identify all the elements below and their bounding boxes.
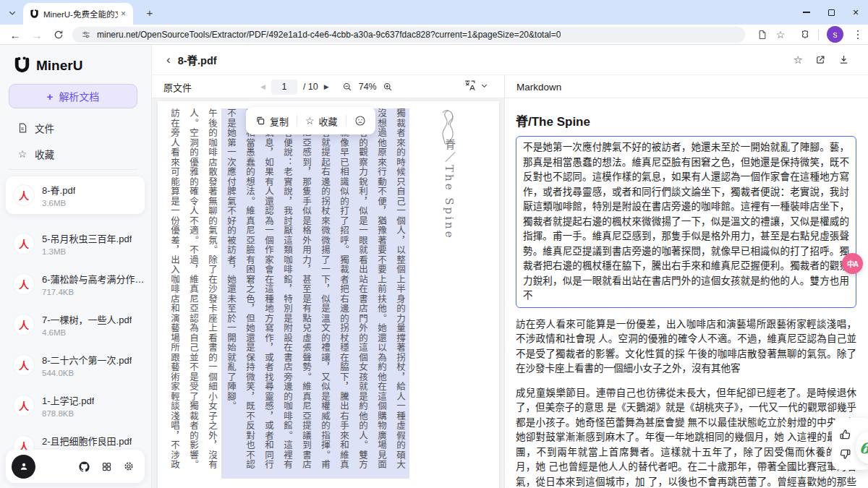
pdf-vertical-title: 脊／The Spine xyxy=(442,139,457,240)
forward-nav-icon[interactable]: → xyxy=(29,27,45,43)
file-list-item[interactable]: 人 8-脊.pdf 3.6MB xyxy=(6,176,145,214)
file-list-item[interactable]: 人 7-一棵树，一些人.pdf 4.6MB xyxy=(6,306,145,343)
bookmark-star-icon[interactable]: ☆ xyxy=(773,27,788,43)
parse-document-button[interactable]: + 解析文档 xyxy=(9,84,137,108)
file-size: 717.4KB xyxy=(42,288,145,296)
zoom-out-icon[interactable] xyxy=(342,82,353,93)
file-name: 7-一棵树，一些人.pdf xyxy=(42,312,132,326)
favorite-label: 收藏 xyxy=(319,114,338,128)
star-icon: ☆ xyxy=(305,115,315,127)
feedback-face-icon[interactable] xyxy=(354,115,366,127)
sidebar-footer xyxy=(6,450,145,483)
zoom-in-icon[interactable] xyxy=(383,82,393,93)
next-page-icon[interactable]: ▶ xyxy=(324,83,329,90)
window-maximize-button[interactable] xyxy=(825,6,838,19)
markdown-tab[interactable]: Markdown xyxy=(516,82,561,93)
file-size: 4.6MB xyxy=(42,328,132,337)
markdown-pane[interactable]: 脊/The Spine 不是她第一次應付脾氣不好的被訪者，她還未至於一開始就亂了… xyxy=(504,98,868,488)
save-page-icon[interactable] xyxy=(754,27,770,43)
translate-button[interactable] xyxy=(464,80,488,92)
plus-icon: + xyxy=(47,90,54,103)
translate-fab-icon: 中A xyxy=(847,258,858,269)
pdf-column: 獨裁者便說：老實說，我討厭這類咖啡館，特別是附設在書店旁邊的咖啡館。這裡有一種 xyxy=(278,108,297,479)
user-avatar[interactable] xyxy=(12,455,35,479)
person-icon xyxy=(18,461,30,472)
window-close-button[interactable]: × xyxy=(849,6,862,19)
markdown-selected-block[interactable]: 不是她第一次應付脾氣不好的被訪者，她還未至於一開始就亂了陣腳。藝，那真是相當愚蠢… xyxy=(516,136,856,308)
file-name: 6-蒲松龄与高考满分作文.... xyxy=(42,272,145,286)
sidebar-item-favorites[interactable]: ☆ 收藏 xyxy=(9,143,137,165)
pdf-file-icon: 人 xyxy=(13,314,35,335)
reload-icon[interactable] xyxy=(51,27,67,43)
app-grid-icon[interactable] xyxy=(101,461,112,472)
viewer-toolbar: 原文件 ◀ 1 / 10 ▶ 74% Markdown xyxy=(152,75,868,98)
pdf-column: 維真尼亞感到，那隻手似是格外用力，甚至是有點兒虛張聲勢。維真尼亞提議到書店旁邊的 xyxy=(297,108,315,479)
markdown-paragraph: 成兒童娛樂節目。連帶自己也彷彿從未長大，但年紀卻已經老了。是時候退休了，但美奈子… xyxy=(516,386,856,488)
pdf-page: 脊／The Spine 獨裁者來的時候只自己一個人，以整個上半身的力量撐著拐杖，… xyxy=(158,101,499,488)
url-text: mineru.net/OpenSourceTools/Extractor/PDF… xyxy=(97,30,561,40)
tab-close-icon[interactable]: × xyxy=(118,9,129,20)
url-bar[interactable]: mineru.net/OpenSourceTools/Extractor/PDF… xyxy=(72,27,745,43)
favorite-star-icon[interactable]: ☆ xyxy=(793,53,803,67)
pdf-text-columns: 獨裁者來的時候只自己一個人，以整個上半身的力量撐著拐杖，給人一種虛假的碩大感。維… xyxy=(165,108,409,479)
file-size: 1.3MB xyxy=(42,247,132,256)
file-list-item[interactable]: 人 8-二十六个第一次.pdf 544.0KB xyxy=(6,346,145,384)
file-size: 878.8KB xyxy=(42,409,94,418)
browser-tab[interactable]: MinerU-免费全能的文档解析神 × xyxy=(23,3,133,25)
mineru-logo[interactable]: MinerU xyxy=(13,56,82,74)
document-icon xyxy=(17,123,28,133)
site-settings-icon[interactable] xyxy=(81,30,91,40)
file-name: 8-脊.pdf xyxy=(42,183,75,197)
copy-button[interactable]: 复制 xyxy=(255,114,289,128)
settings-gear-icon[interactable] xyxy=(123,461,135,472)
back-icon[interactable]: ‹ xyxy=(166,53,171,67)
page-number-input[interactable]: 1 xyxy=(271,80,297,95)
page-total: / 10 xyxy=(303,82,318,92)
pdf-column: 獨裁者的觀察力銳利，似是一眼就看出站在書店門外的這個女孩就是約他的人。雙方也用 xyxy=(353,108,372,479)
new-tab-button[interactable]: + xyxy=(143,6,156,19)
file-list-item[interactable]: 人 1-上学记.pdf 878.8KB xyxy=(6,387,145,424)
browser-tabstrip: MinerU-免费全能的文档解析神 × + × xyxy=(0,0,868,25)
copy-label: 复制 xyxy=(270,114,289,128)
translate-fab[interactable]: 中A xyxy=(842,253,863,274)
pdf-column: 向，就像早已相識似的打了招呼。獨裁者把右邊的拐杖穩在脇下，騰出右手來和維真尼亞 xyxy=(334,108,353,479)
floating-badge-icon: 6 xyxy=(858,438,868,458)
pdf-file-icon: 人 xyxy=(13,395,35,416)
document-header: ‹ 8-脊.pdf ☆ xyxy=(152,45,868,75)
file-list-item[interactable]: 人 6-蒲松龄与高考满分作文.... 717.4KB xyxy=(6,265,145,303)
pdf-column: 午後的咖啡店散發著無聊的氣氛。除了在沙發卡座上看書的一個細小女子之外，沒有其他 xyxy=(203,108,221,479)
file-size: 544.0KB xyxy=(42,369,132,377)
chevron-down-icon xyxy=(480,82,488,90)
browser-toolbar: ← → mineru.net/OpenSourceTools/Extractor… xyxy=(0,25,868,45)
pdf-column: 人。空洞的優雅的確令人不適。不過，維真尼亞認為自己並不是受了獨裁者的影響。文化性… xyxy=(184,108,203,479)
file-name: 5-吊月秋虫三百年.pdf xyxy=(42,231,132,245)
pdf-file-icon: 人 xyxy=(13,184,35,206)
toolbar-separator xyxy=(818,30,819,40)
document-title: 8-脊.pdf xyxy=(178,52,217,67)
file-list-item[interactable]: 人 5-吊月秋虫三百年.pdf 1.3MB xyxy=(6,225,145,262)
translate-icon xyxy=(464,80,476,92)
github-icon[interactable] xyxy=(78,461,90,473)
pdf-file-icon: 人 xyxy=(13,354,35,376)
thumbs-down-icon[interactable] xyxy=(838,447,852,461)
pdf-viewer-pane[interactable]: 脊／The Spine 獨裁者來的時候只自己一個人，以整個上半身的力量撐著拐杖，… xyxy=(152,98,504,488)
toolbar-separator xyxy=(346,115,346,127)
browser-menu-icon[interactable] xyxy=(854,28,862,41)
markdown-paragraph: 訪在旁人看來可能算是一份優差，出入咖啡店和演藝場所跟藝術家輕談淺唱，不涉政情和社… xyxy=(516,317,856,377)
favorite-button[interactable]: ☆ 收藏 xyxy=(305,114,338,128)
tab-search-icon[interactable] xyxy=(6,7,19,20)
browser-profile-avatar[interactable]: s xyxy=(827,26,843,43)
sidebar-item-files[interactable]: 文件 xyxy=(9,117,137,139)
download-icon[interactable] xyxy=(838,54,849,65)
sidebar: MinerU + 解析文档 文件 ☆ 收藏 人 8-脊.pdf 3.6MB 人 … xyxy=(0,45,152,488)
back-nav-icon[interactable]: ← xyxy=(7,27,23,43)
window-minimize-button[interactable] xyxy=(800,6,813,19)
extensions-icon[interactable] xyxy=(797,27,813,43)
tab-title: MinerU-免费全能的文档解析神 xyxy=(43,8,118,20)
previous-page-icon[interactable]: ◀ xyxy=(260,83,265,90)
file-name: 1-上学记.pdf xyxy=(42,393,94,407)
original-file-tab[interactable]: 原文件 xyxy=(163,80,192,94)
share-icon[interactable] xyxy=(815,54,826,65)
pdf-column: 獨裁者就提起右邊的拐杖來微微揚了一下，似是溫文的禮讓，又似是權威的指揮。甫 xyxy=(315,108,334,479)
thumbs-up-icon[interactable] xyxy=(838,428,852,442)
